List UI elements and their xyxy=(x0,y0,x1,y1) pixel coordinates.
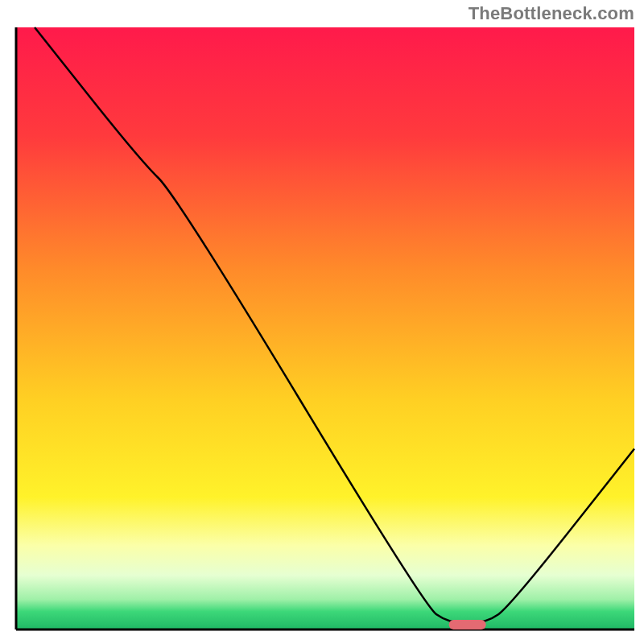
chart-gradient-background xyxy=(16,27,634,630)
optimal-marker xyxy=(449,620,486,630)
bottleneck-chart xyxy=(0,0,644,644)
watermark-text: TheBottleneck.com xyxy=(469,3,634,24)
